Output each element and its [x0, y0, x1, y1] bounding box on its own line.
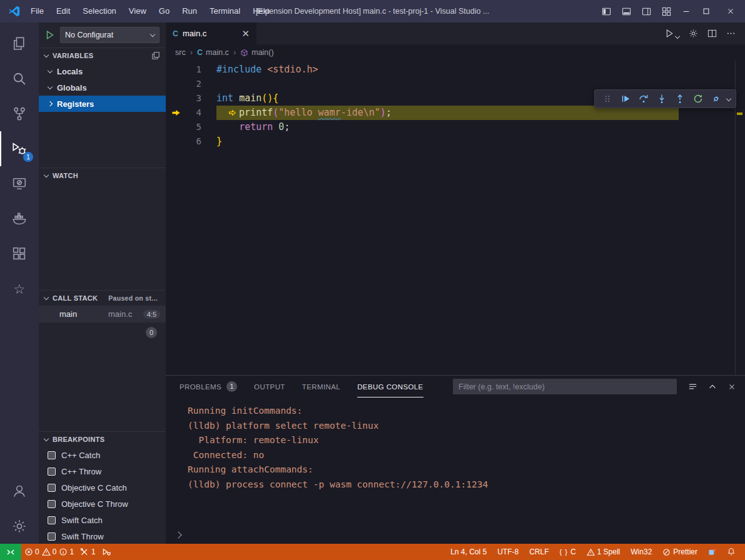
code-line-6[interactable]: 6} [166, 134, 745, 149]
account-button[interactable] [0, 474, 39, 509]
code-line-1[interactable]: 1#include <stdio.h> [166, 62, 745, 77]
language-mode[interactable]: { } C [557, 548, 579, 556]
formatter-status[interactable]: Prettier [659, 548, 701, 556]
menu-run[interactable]: Run [176, 0, 203, 22]
menu-file[interactable]: File [24, 0, 50, 22]
line-number[interactable]: 4 [183, 106, 201, 120]
toolchain-status[interactable]: 1 [77, 544, 99, 560]
code-token [261, 62, 267, 77]
line-number[interactable]: 5 [183, 120, 201, 134]
split-editor-icon[interactable] [707, 29, 717, 38]
encoding-select[interactable]: UTF-8 [494, 548, 522, 556]
breakpoint-checkbox[interactable] [48, 451, 56, 459]
code-editor[interactable]: 1#include <stdio.h>23int main(){4 printf… [166, 61, 745, 375]
line-number[interactable]: 6 [183, 134, 201, 149]
tab-label: TERMINAL [302, 383, 340, 391]
breadcrumb-folder[interactable]: src [175, 48, 186, 57]
notifications-button[interactable] [724, 548, 739, 556]
breakpoint-row[interactable]: Swift Throw [39, 528, 166, 544]
disconnect-button[interactable] [707, 91, 725, 107]
maximize-button[interactable] [696, 0, 716, 22]
sidebar-item-search[interactable] [0, 61, 39, 96]
session-count-badge: 0 [146, 327, 157, 338]
watch-header[interactable]: WATCH [39, 168, 166, 183]
toolbar-drag-handle[interactable] [598, 91, 616, 107]
breakpoint-row[interactable]: Swift Catch [39, 512, 166, 528]
line-number[interactable]: 1 [183, 62, 201, 77]
line-number[interactable]: 3 [183, 91, 201, 106]
tab-terminal[interactable]: TERMINAL [302, 376, 340, 398]
breadcrumb-file[interactable]: C main.c [197, 48, 229, 57]
stack-frame-row[interactable]: main main.c 4:5 [39, 306, 166, 322]
breadcrumb-symbol[interactable]: main() [240, 48, 273, 57]
eol-select[interactable]: CRLF [526, 548, 552, 556]
line-number[interactable]: 2 [183, 77, 201, 91]
sidebar-item-explorer[interactable] [0, 26, 39, 61]
breakpoint-row[interactable]: Objective C Catch [39, 479, 166, 496]
variables-scope-globals[interactable]: Globals [39, 79, 166, 96]
menu-edit[interactable]: Edit [50, 0, 76, 22]
call-stack-header[interactable]: CALL STACK Paused on st... [39, 291, 166, 306]
breakpoint-row[interactable]: C++ Catch [39, 447, 166, 463]
code-line-5[interactable]: 5 return 0; [166, 120, 745, 134]
problems-status[interactable]: 0 0 1 [21, 544, 77, 560]
debug-status[interactable] [99, 544, 114, 560]
step-out-button[interactable] [671, 91, 689, 107]
close-panel-icon[interactable] [727, 382, 736, 391]
breakpoint-checkbox[interactable] [48, 484, 56, 492]
tab-problems[interactable]: PROBLEMS 1 [180, 376, 237, 398]
step-into-button[interactable] [652, 91, 671, 107]
variables-header[interactable]: VARIABLES [39, 48, 166, 63]
debug-current-line-arrow-icon[interactable] [171, 108, 183, 118]
debug-configuration-dropdown[interactable]: No Configurat [60, 27, 160, 43]
breakpoint-checkbox[interactable] [48, 468, 56, 476]
breakpoint-row[interactable]: Objective C Throw [39, 496, 166, 512]
variables-scope-locals[interactable]: Locals [39, 63, 166, 79]
breakpoint-checkbox[interactable] [48, 516, 56, 524]
spell-checker-status[interactable]: 1 Spell [584, 548, 624, 556]
settings-button[interactable] [0, 509, 39, 544]
tab-output[interactable]: OUTPUT [254, 376, 285, 398]
toggle-sidebar-icon[interactable] [596, 0, 616, 22]
menu-terminal[interactable]: Terminal [203, 0, 246, 22]
extension-status[interactable] [705, 548, 719, 556]
more-actions-icon[interactable] [726, 29, 736, 38]
console-filter-input[interactable] [453, 379, 677, 394]
toggle-secondary-sidebar-icon[interactable] [636, 0, 656, 22]
tab-debug-console[interactable]: DEBUG CONSOLE [357, 376, 423, 398]
sidebar-item-source-control[interactable] [0, 96, 39, 131]
sidebar-item-remote-explorer[interactable] [0, 166, 39, 201]
close-button[interactable] [716, 0, 745, 22]
sidebar-item-docker[interactable] [0, 201, 39, 236]
toggle-panel-icon[interactable] [616, 0, 636, 22]
minimize-button[interactable] [676, 0, 696, 22]
console-options-icon[interactable] [688, 382, 697, 391]
run-file-button[interactable] [665, 29, 679, 38]
sidebar-item-extensions[interactable] [0, 236, 39, 271]
step-over-button[interactable] [634, 91, 652, 107]
variables-section: VARIABLES Locals Globals Registers [39, 48, 166, 168]
launch-config-gear-icon[interactable] [689, 29, 698, 38]
variables-scope-registers[interactable]: Registers [39, 96, 166, 112]
collapse-all-icon[interactable] [151, 51, 160, 60]
restart-button[interactable] [689, 91, 707, 107]
menu-view[interactable]: View [123, 0, 153, 22]
cursor-position[interactable]: Ln 4, Col 5 [447, 548, 490, 556]
maximize-panel-icon[interactable] [708, 382, 717, 391]
customize-layout-icon[interactable] [656, 0, 676, 22]
platform-status[interactable]: Win32 [627, 548, 655, 556]
breakpoint-row[interactable]: C++ Throw [39, 463, 166, 479]
breakpoint-checkbox[interactable] [48, 532, 56, 541]
sidebar-item-favorites[interactable]: ☆ [0, 271, 39, 306]
tab-main-c[interactable]: C main.c ✕ [166, 22, 256, 44]
continue-button[interactable] [616, 91, 634, 107]
remote-indicator[interactable] [0, 544, 21, 560]
menu-go[interactable]: Go [153, 0, 176, 22]
close-icon[interactable]: ✕ [241, 28, 250, 39]
chevron-down-icon[interactable] [726, 96, 731, 101]
menu-selection[interactable]: Selection [76, 0, 122, 22]
breakpoints-header[interactable]: BREAKPOINTS [39, 432, 166, 447]
breakpoint-checkbox[interactable] [48, 500, 56, 508]
sidebar-item-run-debug[interactable]: 1 [0, 131, 39, 166]
start-debugging-button[interactable] [45, 30, 55, 40]
